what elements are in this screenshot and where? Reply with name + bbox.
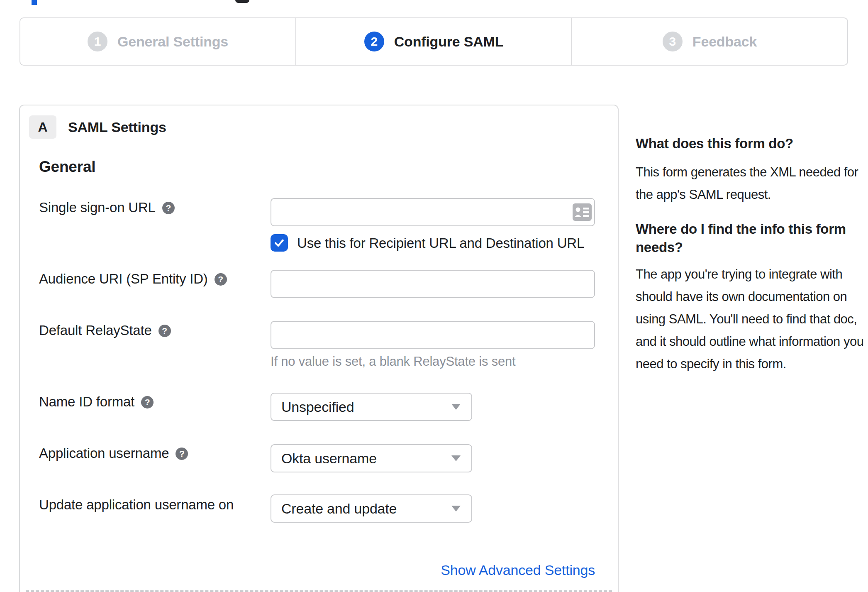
help-sidebar: What does this form do? This form genera… <box>636 135 866 375</box>
section-a-badge: A <box>29 115 56 139</box>
help-icon[interactable]: ? <box>176 448 188 460</box>
use-for-recipient-destination-label[interactable]: Use this for Recipient URL and Destinati… <box>297 235 584 252</box>
chevron-down-icon <box>451 506 461 511</box>
contact-card-autofill-icon[interactable] <box>573 203 592 221</box>
sidebar-paragraph-what: This form generates the XML needed for t… <box>636 161 866 206</box>
show-advanced-settings-link[interactable]: Show Advanced Settings <box>441 562 595 578</box>
application-username-select[interactable]: Okta username <box>271 444 472 472</box>
step-feedback[interactable]: 3 Feedback <box>571 18 847 65</box>
sidebar-heading-where: Where do I find the info this form needs… <box>636 220 866 257</box>
clipped-dark-fragment <box>235 0 249 3</box>
application-username-label: Application username ? <box>39 445 188 462</box>
help-icon[interactable]: ? <box>215 273 227 286</box>
name-id-format-select[interactable]: Unspecified <box>271 393 472 421</box>
saml-settings-panel: A SAML Settings General Single sign-on U… <box>19 105 619 592</box>
step-number-badge: 1 <box>88 32 107 51</box>
audience-uri-input[interactable] <box>271 271 594 297</box>
single-sign-on-url-field <box>271 198 595 226</box>
step-label: Configure SAML <box>394 34 504 50</box>
chevron-down-icon <box>451 404 461 410</box>
help-icon[interactable]: ? <box>162 202 175 214</box>
relaystate-hint: If no value is set, a blank RelayState i… <box>271 354 515 369</box>
sidebar-paragraph-where: The app you're trying to integrate with … <box>636 263 866 375</box>
default-relaystate-label: Default RelayState ? <box>39 322 171 339</box>
use-for-recipient-destination-checkbox[interactable] <box>271 234 288 252</box>
step-label: General Settings <box>117 34 228 50</box>
single-sign-on-url-input[interactable] <box>271 199 594 225</box>
step-number-badge: 3 <box>663 32 683 51</box>
selected-value: Unspecified <box>281 399 354 415</box>
default-relaystate-field <box>271 321 595 349</box>
default-relaystate-input[interactable] <box>271 322 594 348</box>
checkmark-icon <box>273 237 285 249</box>
update-application-username-label: Update application username on <box>39 497 234 513</box>
section-dashed-divider <box>26 590 612 592</box>
step-number-badge: 2 <box>364 32 384 51</box>
single-sign-on-url-label: Single sign-on URL ? <box>39 199 175 216</box>
wizard-stepper: 1 General Settings 2 Configure SAML 3 Fe… <box>20 17 848 66</box>
step-general-settings[interactable]: 1 General Settings <box>20 18 295 65</box>
clipped-blue-fragment <box>32 0 37 5</box>
name-id-format-label: Name ID format ? <box>39 394 154 410</box>
audience-uri-field <box>271 270 595 298</box>
step-label: Feedback <box>692 34 757 50</box>
step-configure-saml[interactable]: 2 Configure SAML <box>295 18 571 65</box>
sidebar-heading-what: What does this form do? <box>636 135 866 153</box>
chevron-down-icon <box>451 455 461 461</box>
update-application-username-select[interactable]: Create and update <box>271 494 472 523</box>
section-title: SAML Settings <box>68 115 166 139</box>
help-icon[interactable]: ? <box>158 325 171 337</box>
audience-uri-label: Audience URI (SP Entity ID) ? <box>39 271 227 287</box>
selected-value: Create and update <box>281 501 397 517</box>
general-group-heading: General <box>39 158 95 176</box>
help-icon[interactable]: ? <box>141 396 154 409</box>
selected-value: Okta username <box>281 450 377 467</box>
